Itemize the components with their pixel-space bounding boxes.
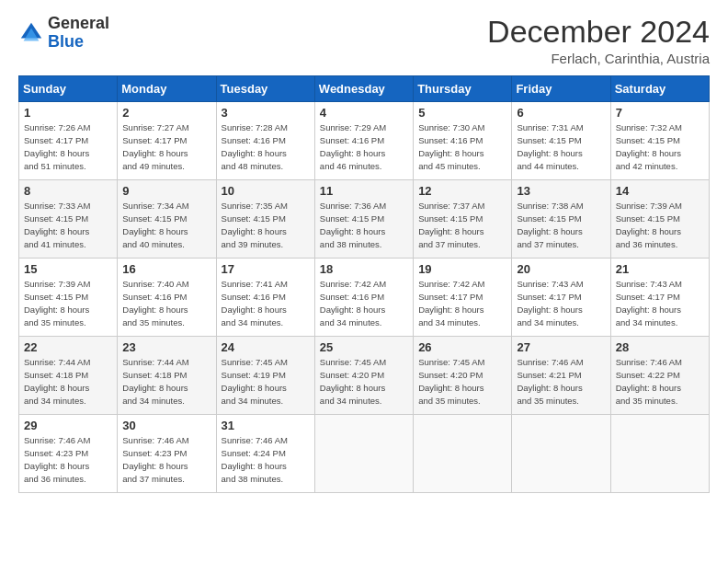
calendar-header-row: Sunday Monday Tuesday Wednesday Thursday…	[19, 76, 710, 102]
day-info: Sunrise: 7:27 AMSunset: 4:17 PMDaylight:…	[122, 121, 210, 172]
table-row: 30Sunrise: 7:46 AMSunset: 4:23 PMDayligh…	[118, 415, 216, 493]
day-number: 26	[418, 340, 506, 354]
day-number: 17	[222, 262, 310, 276]
subtitle: Ferlach, Carinthia, Austria	[487, 51, 710, 66]
table-row: 21Sunrise: 7:43 AMSunset: 4:17 PMDayligh…	[610, 259, 709, 337]
day-number: 18	[320, 262, 408, 276]
day-number: 4	[320, 106, 408, 120]
table-row: 17Sunrise: 7:41 AMSunset: 4:16 PMDayligh…	[216, 259, 314, 337]
calendar-week-row: 15Sunrise: 7:39 AMSunset: 4:15 PMDayligh…	[19, 259, 710, 337]
table-row: 16Sunrise: 7:40 AMSunset: 4:16 PMDayligh…	[118, 259, 216, 337]
day-number: 8	[24, 184, 112, 198]
logo: General Blue	[18, 15, 109, 52]
title-block: December 2024 Ferlach, Carinthia, Austri…	[487, 15, 710, 66]
day-number: 12	[418, 184, 506, 198]
day-number: 13	[517, 184, 605, 198]
day-number: 20	[517, 262, 605, 276]
day-info: Sunrise: 7:45 AMSunset: 4:19 PMDaylight:…	[222, 356, 310, 407]
table-row: 1Sunrise: 7:26 AMSunset: 4:17 PMDaylight…	[19, 102, 118, 180]
day-info: Sunrise: 7:45 AMSunset: 4:20 PMDaylight:…	[320, 356, 408, 407]
col-wednesday: Wednesday	[314, 76, 413, 102]
day-info: Sunrise: 7:30 AMSunset: 4:16 PMDaylight:…	[418, 121, 506, 172]
table-row: 9Sunrise: 7:34 AMSunset: 4:15 PMDaylight…	[118, 180, 216, 259]
day-number: 27	[517, 340, 605, 354]
table-row	[512, 415, 610, 493]
day-number: 3	[222, 106, 310, 120]
day-number: 22	[24, 340, 112, 354]
calendar-week-row: 29Sunrise: 7:46 AMSunset: 4:23 PMDayligh…	[19, 415, 710, 493]
table-row: 25Sunrise: 7:45 AMSunset: 4:20 PMDayligh…	[314, 337, 413, 415]
day-number: 16	[122, 262, 210, 276]
table-row: 20Sunrise: 7:43 AMSunset: 4:17 PMDayligh…	[512, 259, 610, 337]
day-number: 25	[320, 340, 408, 354]
day-info: Sunrise: 7:33 AMSunset: 4:15 PMDaylight:…	[24, 200, 112, 250]
calendar-week-row: 1Sunrise: 7:26 AMSunset: 4:17 PMDaylight…	[19, 102, 710, 180]
table-row	[610, 415, 709, 493]
col-saturday: Saturday	[610, 76, 709, 102]
day-info: Sunrise: 7:44 AMSunset: 4:18 PMDaylight:…	[122, 356, 210, 407]
table-row: 27Sunrise: 7:46 AMSunset: 4:21 PMDayligh…	[512, 337, 610, 415]
day-info: Sunrise: 7:40 AMSunset: 4:16 PMDaylight:…	[122, 278, 210, 328]
day-info: Sunrise: 7:38 AMSunset: 4:15 PMDaylight:…	[517, 200, 605, 250]
table-row	[314, 415, 413, 493]
table-row: 2Sunrise: 7:27 AMSunset: 4:17 PMDaylight…	[118, 102, 216, 180]
day-info: Sunrise: 7:26 AMSunset: 4:17 PMDaylight:…	[24, 121, 112, 172]
day-number: 19	[418, 262, 506, 276]
table-row: 28Sunrise: 7:46 AMSunset: 4:22 PMDayligh…	[610, 337, 709, 415]
month-title: December 2024	[487, 15, 710, 49]
day-info: Sunrise: 7:36 AMSunset: 4:15 PMDaylight:…	[320, 200, 408, 250]
table-row: 6Sunrise: 7:31 AMSunset: 4:15 PMDaylight…	[512, 102, 610, 180]
day-number: 9	[122, 184, 210, 198]
table-row: 31Sunrise: 7:46 AMSunset: 4:24 PMDayligh…	[216, 415, 314, 493]
table-row: 5Sunrise: 7:30 AMSunset: 4:16 PMDaylight…	[414, 102, 512, 180]
page: General Blue December 2024 Ferlach, Cari…	[0, 0, 728, 508]
day-info: Sunrise: 7:45 AMSunset: 4:20 PMDaylight:…	[418, 356, 506, 407]
day-number: 23	[122, 340, 210, 354]
day-number: 24	[222, 340, 310, 354]
table-row: 26Sunrise: 7:45 AMSunset: 4:20 PMDayligh…	[414, 337, 512, 415]
day-number: 11	[320, 184, 408, 198]
table-row: 15Sunrise: 7:39 AMSunset: 4:15 PMDayligh…	[19, 259, 118, 337]
table-row: 14Sunrise: 7:39 AMSunset: 4:15 PMDayligh…	[610, 180, 709, 259]
day-info: Sunrise: 7:46 AMSunset: 4:24 PMDaylight:…	[222, 434, 310, 485]
calendar-week-row: 22Sunrise: 7:44 AMSunset: 4:18 PMDayligh…	[19, 337, 710, 415]
logo-icon	[18, 20, 44, 46]
day-info: Sunrise: 7:44 AMSunset: 4:18 PMDaylight:…	[24, 356, 112, 407]
header: General Blue December 2024 Ferlach, Cari…	[18, 15, 710, 66]
logo-text: General Blue	[48, 15, 109, 52]
day-info: Sunrise: 7:42 AMSunset: 4:16 PMDaylight:…	[320, 278, 408, 328]
day-info: Sunrise: 7:31 AMSunset: 4:15 PMDaylight:…	[517, 121, 605, 172]
col-thursday: Thursday	[414, 76, 512, 102]
day-number: 7	[616, 106, 704, 120]
day-number: 21	[616, 262, 704, 276]
day-info: Sunrise: 7:28 AMSunset: 4:16 PMDaylight:…	[222, 121, 310, 172]
day-info: Sunrise: 7:39 AMSunset: 4:15 PMDaylight:…	[616, 200, 704, 250]
logo-general: General	[48, 14, 109, 32]
day-number: 5	[418, 106, 506, 120]
day-info: Sunrise: 7:46 AMSunset: 4:23 PMDaylight:…	[122, 434, 210, 485]
table-row: 8Sunrise: 7:33 AMSunset: 4:15 PMDaylight…	[19, 180, 118, 259]
table-row: 10Sunrise: 7:35 AMSunset: 4:15 PMDayligh…	[216, 180, 314, 259]
day-number: 10	[222, 184, 310, 198]
table-row: 4Sunrise: 7:29 AMSunset: 4:16 PMDaylight…	[314, 102, 413, 180]
col-sunday: Sunday	[19, 76, 118, 102]
day-info: Sunrise: 7:43 AMSunset: 4:17 PMDaylight:…	[616, 278, 704, 328]
day-info: Sunrise: 7:32 AMSunset: 4:15 PMDaylight:…	[616, 121, 704, 172]
day-number: 6	[517, 106, 605, 120]
col-tuesday: Tuesday	[216, 76, 314, 102]
day-number: 30	[122, 419, 210, 432]
table-row: 12Sunrise: 7:37 AMSunset: 4:15 PMDayligh…	[414, 180, 512, 259]
day-info: Sunrise: 7:29 AMSunset: 4:16 PMDaylight:…	[320, 121, 408, 172]
day-info: Sunrise: 7:46 AMSunset: 4:21 PMDaylight:…	[517, 356, 605, 407]
day-info: Sunrise: 7:46 AMSunset: 4:23 PMDaylight:…	[24, 434, 112, 485]
calendar-table: Sunday Monday Tuesday Wednesday Thursday…	[18, 75, 710, 493]
day-info: Sunrise: 7:41 AMSunset: 4:16 PMDaylight:…	[222, 278, 310, 328]
day-number: 2	[122, 106, 210, 120]
day-number: 14	[616, 184, 704, 198]
calendar-week-row: 8Sunrise: 7:33 AMSunset: 4:15 PMDaylight…	[19, 180, 710, 259]
day-info: Sunrise: 7:46 AMSunset: 4:22 PMDaylight:…	[616, 356, 704, 407]
table-row: 23Sunrise: 7:44 AMSunset: 4:18 PMDayligh…	[118, 337, 216, 415]
day-number: 1	[24, 106, 112, 120]
day-number: 31	[222, 419, 310, 432]
day-number: 29	[24, 419, 112, 432]
